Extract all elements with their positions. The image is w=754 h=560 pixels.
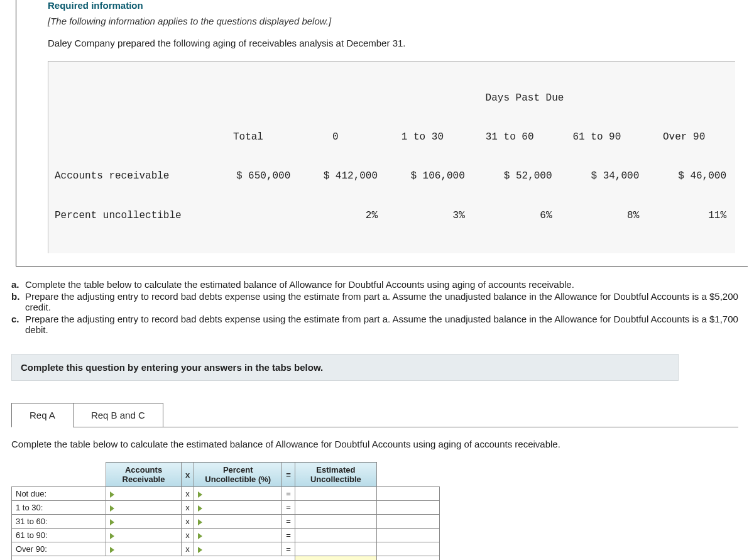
intro-text: Daley Company prepared the following agi… [48, 38, 735, 48]
required-title: Required information [48, 0, 735, 11]
info-note: [The following information applies to th… [48, 16, 735, 26]
row-over-90: Over 90: x = [12, 542, 440, 556]
th-estimated: Estimated Uncollectible [295, 463, 376, 487]
th-eq: = [282, 463, 295, 487]
out-est-1 [295, 501, 376, 515]
input-pct-4[interactable] [194, 542, 282, 556]
input-pct-1[interactable] [194, 501, 282, 515]
input-pct-3[interactable] [194, 529, 282, 542]
row-total: Estimated balance of allowance for uncol… [12, 556, 440, 560]
row-not-due: Not due: x = [12, 487, 440, 501]
tab-req-a[interactable]: Req A [11, 403, 74, 427]
answer-table: Accounts Receivable x Percent Uncollecti… [11, 462, 440, 560]
th-x: x [182, 463, 194, 487]
tab-a-desc: Complete the table below to calculate th… [11, 439, 738, 449]
instruction-bar: Complete this question by entering your … [11, 354, 679, 381]
days-past-due-header: Days Past Due [393, 92, 657, 105]
out-est-3 [295, 529, 376, 542]
footer-label: Estimated balance of allowance for uncol… [12, 556, 295, 560]
row-61-90: 61 to 90: x = [12, 529, 440, 542]
row-1-30: 1 to 30: x = [12, 501, 440, 515]
input-ar-3[interactable] [106, 529, 182, 542]
tab-a-content: Complete the table below to calculate th… [11, 427, 738, 560]
th-percent: Percent Uncollectible (%) [194, 463, 282, 487]
question-list: a.Complete the table below to calculate … [0, 279, 754, 335]
tab-bar: Req A Req B and C [11, 403, 754, 427]
out-est-4 [295, 542, 376, 556]
aging-table: Days Past Due Total 0 1 to 30 31 to 60 6… [48, 61, 735, 253]
extra-cell[interactable] [376, 556, 439, 560]
out-total [295, 556, 376, 560]
th-accounts-receivable: Accounts Receivable [106, 463, 182, 487]
input-ar-4[interactable] [106, 542, 182, 556]
row-31-60: 31 to 60: x = [12, 515, 440, 529]
out-est-0 [295, 487, 376, 501]
input-ar-1[interactable] [106, 501, 182, 515]
input-pct-2[interactable] [194, 515, 282, 529]
input-pct-0[interactable] [194, 487, 282, 501]
input-ar-2[interactable] [106, 515, 182, 529]
info-box: Required information [The following info… [16, 0, 748, 266]
tab-req-b-c[interactable]: Req B and C [73, 403, 163, 427]
out-est-2 [295, 515, 376, 529]
input-ar-0[interactable] [106, 487, 182, 501]
